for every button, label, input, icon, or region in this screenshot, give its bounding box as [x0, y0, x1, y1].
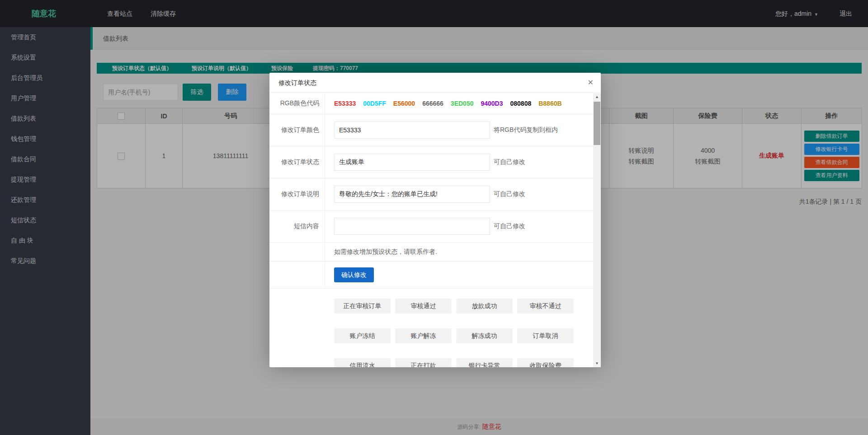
scroll-down-icon[interactable]: ▼ — [593, 360, 601, 367]
preset-account-frozen[interactable]: 账户冻结 — [334, 328, 391, 343]
scrollbar-thumb[interactable] — [594, 102, 600, 145]
preset-review-failed[interactable]: 审核不通过 — [517, 299, 574, 313]
preset-account-unfreeze[interactable]: 账户解冻 — [395, 328, 452, 343]
modal-title: 修改订单状态 — [269, 73, 601, 93]
rgb-code-palette: E53333 00D5FF E56000 666666 3ED050 9400D… — [334, 100, 562, 107]
sms-content-hint: 可自己修改 — [494, 222, 525, 230]
order-desc-input[interactable] — [334, 186, 490, 203]
preset-unfreeze-success[interactable]: 解冻成功 — [456, 328, 513, 343]
close-icon[interactable]: ✕ — [588, 73, 594, 93]
rgb-code-green[interactable]: 3ED050 — [451, 100, 474, 107]
order-color-input[interactable] — [334, 122, 490, 139]
rgb-code-red[interactable]: E53333 — [334, 100, 356, 107]
rgb-code-purple[interactable]: 9400D3 — [481, 100, 503, 107]
preset-order-cancelled[interactable]: 订单取消 — [517, 328, 574, 343]
rgb-code-cyan[interactable]: 00D5FF — [363, 100, 386, 107]
preset-review-passed[interactable]: 审核通过 — [395, 299, 452, 313]
order-color-hint: 将RGB代码复制到框内 — [494, 126, 558, 134]
edit-order-status-modal: 修改订单状态 ✕ RGB颜色代码 E53333 00D5FF E56000 66… — [269, 73, 601, 367]
rgb-code-goldenrod[interactable]: B8860B — [538, 100, 561, 107]
rgb-code-black[interactable]: 080808 — [510, 100, 532, 107]
preset-loan-success[interactable]: 放款成功 — [456, 299, 513, 313]
order-desc-label: 修改订单说明 — [269, 178, 325, 210]
modal-body: RGB颜色代码 E53333 00D5FF E56000 666666 3ED0… — [269, 93, 593, 367]
preset-bank-card-error[interactable]: 银行卡异常 — [456, 358, 513, 367]
order-status-label: 修改订单状态 — [269, 146, 325, 178]
sms-content-input[interactable] — [334, 218, 490, 235]
rgb-code-orange[interactable]: E56000 — [393, 100, 415, 107]
order-status-hint: 可自己修改 — [494, 158, 525, 166]
confirm-edit-button[interactable]: 确认修改 — [334, 267, 374, 282]
sms-content-label: 短信内容 — [269, 210, 325, 242]
rgb-codes-label: RGB颜色代码 — [269, 93, 325, 114]
modal-scrollbar[interactable]: ▲ ▼ — [593, 93, 601, 367]
order-color-label: 修改订单颜色 — [269, 114, 325, 146]
preset-paying[interactable]: 正在打款 — [395, 358, 452, 367]
contact-author-note: 如需修改增加预设状态，请联系作者. — [334, 248, 437, 256]
order-desc-hint: 可自己修改 — [494, 190, 525, 198]
preset-credit-flow[interactable]: 信用流水 — [334, 358, 391, 367]
scroll-up-icon[interactable]: ▲ — [593, 93, 601, 101]
rgb-code-gray[interactable]: 666666 — [422, 100, 443, 107]
order-status-input[interactable] — [334, 154, 490, 171]
preset-status-grid: 正在审核订单 审核通过 放款成功 审核不通过 账户冻结 账户解冻 解冻成功 订单… — [334, 289, 574, 367]
preset-collect-insurance[interactable]: 收取保险费 — [517, 358, 574, 367]
preset-reviewing-order[interactable]: 正在审核订单 — [334, 299, 391, 313]
